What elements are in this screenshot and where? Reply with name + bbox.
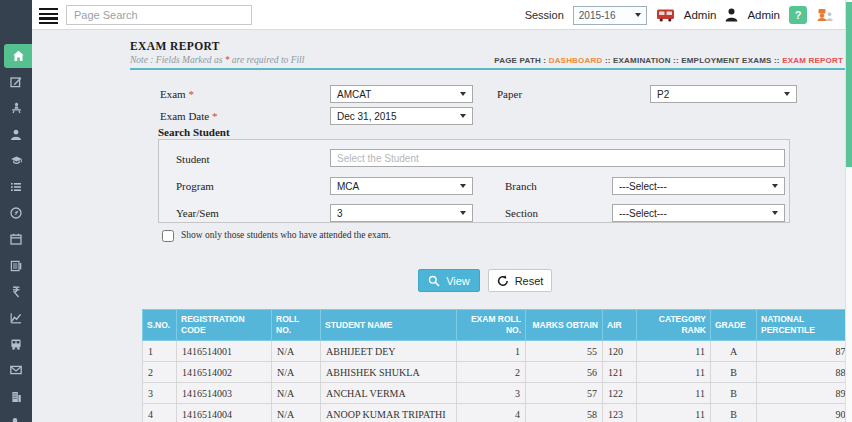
paper-select[interactable]: P2	[650, 85, 797, 103]
admin-role-label[interactable]: Admin	[684, 9, 717, 21]
view-button[interactable]: View	[418, 269, 480, 292]
refresh-icon	[497, 275, 509, 287]
page-scrollbar[interactable]	[845, 0, 852, 422]
required-asterisk: *	[212, 110, 218, 122]
table-header: S.NO.REGISTRATION CODEROLL NO.STUDENT NA…	[143, 310, 852, 341]
sidebar-header-block	[0, 0, 32, 30]
table-cell: 58	[526, 404, 603, 422]
column-header: REGISTRATION CODE	[177, 310, 272, 341]
table-cell: 3	[457, 383, 526, 404]
title-divider	[130, 68, 845, 70]
breadcrumb: PAGE PATH : DASHBOARD :: EXAMINATION :: …	[494, 56, 843, 65]
page-search-input[interactable]	[66, 5, 252, 25]
column-header: NATIONAL PERCENTILE	[757, 310, 852, 341]
breadcrumb-dashboard-link[interactable]: DASHBOARD	[549, 56, 603, 65]
sidebar-item-add-user[interactable]	[0, 411, 32, 422]
chevron-down-icon	[772, 211, 778, 215]
scrollbar-thumb[interactable]	[846, 2, 852, 167]
list-icon	[10, 181, 22, 193]
table-cell: 57	[526, 383, 603, 404]
home-icon	[12, 50, 25, 62]
sidebar-item-rupee[interactable]	[0, 280, 32, 304]
chevron-down-icon	[635, 13, 641, 17]
help-icon[interactable]: ?	[789, 6, 807, 24]
column-header: ROLL NO.	[272, 310, 321, 341]
institution-icon	[10, 102, 23, 114]
yearsem-select[interactable]: 3	[330, 204, 473, 222]
table-body: 11416514001N/AABHIJEET DEY15512011A87.00…	[143, 341, 852, 422]
table-cell: N/A	[272, 341, 321, 362]
table-cell: 11	[637, 404, 711, 422]
add-user-icon	[10, 417, 22, 422]
program-label: Program	[176, 180, 214, 192]
table-cell: 4	[143, 404, 177, 422]
table-row: 21416514002N/AABHISHEK SHUKLA25612111B88…	[143, 362, 852, 383]
sidebar-item-mail[interactable]	[0, 358, 32, 382]
table-cell: 120	[603, 341, 637, 362]
users-icon[interactable]	[816, 8, 834, 22]
program-select[interactable]: MCA	[330, 177, 473, 195]
sidebar-item-student[interactable]	[0, 123, 32, 147]
sidebar-item-institution[interactable]	[0, 96, 32, 120]
yearsem-label: Year/Sem	[176, 207, 219, 219]
sidebar-item-compose[interactable]	[0, 70, 32, 94]
table-cell: B	[711, 383, 757, 404]
sidebar-item-compass[interactable]	[0, 201, 32, 225]
section-select[interactable]: ---Select---	[612, 204, 785, 222]
chevron-down-icon	[460, 184, 466, 188]
top-bar: Session 2015-16 Admin Admin ?	[0, 0, 852, 30]
table-cell: ANCHAL VERMA	[321, 383, 457, 404]
attended-only-label: Show only those students who have attend…	[181, 230, 391, 240]
session-label: Session	[525, 9, 564, 21]
exam-label: Exam *	[160, 88, 194, 100]
hamburger-menu-icon[interactable]	[39, 8, 58, 22]
table-cell: 2	[457, 362, 526, 383]
user-admin-icon[interactable]	[725, 8, 738, 22]
chevron-down-icon	[772, 184, 778, 188]
reset-button[interactable]: Reset	[488, 269, 552, 292]
page-title: EXAM REPORT	[130, 40, 220, 52]
table-cell: A	[711, 341, 757, 362]
table-cell: N/A	[272, 383, 321, 404]
sidebar-item-building[interactable]	[0, 385, 32, 409]
sidebar-item-notebook[interactable]	[0, 254, 32, 278]
search-icon	[428, 275, 440, 287]
table-cell: ANOOP KUMAR TRIPATHI	[321, 404, 457, 422]
table-cell: 3	[143, 383, 177, 404]
breadcrumb-current: EXAM REPORT	[782, 56, 843, 65]
sidebar-item-home[interactable]	[4, 44, 32, 68]
table-cell: 56	[526, 362, 603, 383]
table-cell: 90.00	[757, 404, 852, 422]
column-header: AIR	[603, 310, 637, 341]
admin-user-label[interactable]: Admin	[747, 9, 780, 21]
table-cell: ABHISHEK SHUKLA	[321, 362, 457, 383]
attended-only-checkbox[interactable]	[162, 230, 174, 242]
exam-select[interactable]: AMCAT	[330, 85, 473, 103]
student-select-input[interactable]	[330, 149, 785, 167]
column-header: S.NO.	[143, 310, 177, 341]
sidebar-item-bus[interactable]	[0, 332, 32, 356]
sidebar-item-chart[interactable]	[0, 306, 32, 330]
calendar-icon	[10, 233, 22, 245]
sidebar-item-list[interactable]	[0, 175, 32, 199]
table-cell: 11	[637, 341, 711, 362]
exam-date-select[interactable]: Dec 31, 2015	[330, 107, 473, 125]
vehicle-admin-icon[interactable]	[656, 8, 675, 22]
graduation-icon	[10, 155, 23, 167]
search-student-heading: Search Student	[158, 126, 230, 138]
student-label: Student	[176, 153, 210, 165]
table-cell: 1	[457, 341, 526, 362]
table-cell: 11	[637, 362, 711, 383]
table-cell: B	[711, 362, 757, 383]
table-row: 41416514004N/AANOOP KUMAR TRIPATHI458123…	[143, 404, 852, 422]
page-note: Note : Fields Marked as * are required t…	[130, 55, 304, 65]
branch-select[interactable]: ---Select---	[612, 177, 785, 195]
table-cell: 89.00	[757, 383, 852, 404]
column-header: MARKS OBTAIN	[526, 310, 603, 341]
sidebar-item-graduation[interactable]	[0, 149, 32, 173]
table-row: 11416514001N/AABHIJEET DEY15512011A87.00…	[143, 341, 852, 362]
session-select[interactable]: 2015-16	[573, 6, 647, 25]
table-cell: 55	[526, 341, 603, 362]
exam-report-table: S.NO.REGISTRATION CODEROLL NO.STUDENT NA…	[142, 309, 852, 422]
sidebar-item-calendar[interactable]	[0, 227, 32, 251]
